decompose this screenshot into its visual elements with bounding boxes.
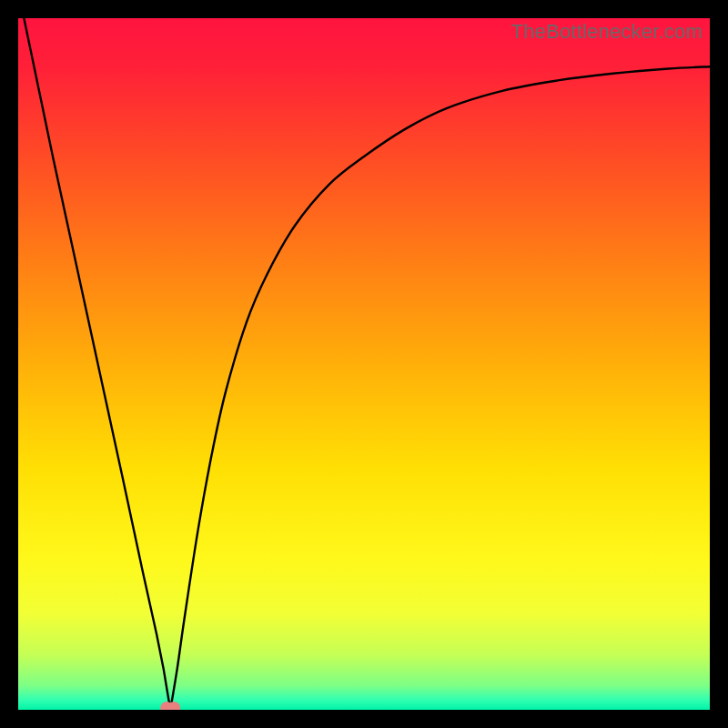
valley-marker xyxy=(160,702,180,710)
watermark-text: TheBottlenecker.com xyxy=(511,20,703,44)
chart-frame: TheBottlenecker.com xyxy=(18,18,710,710)
chart-svg xyxy=(18,18,710,710)
gradient-background xyxy=(18,18,710,710)
